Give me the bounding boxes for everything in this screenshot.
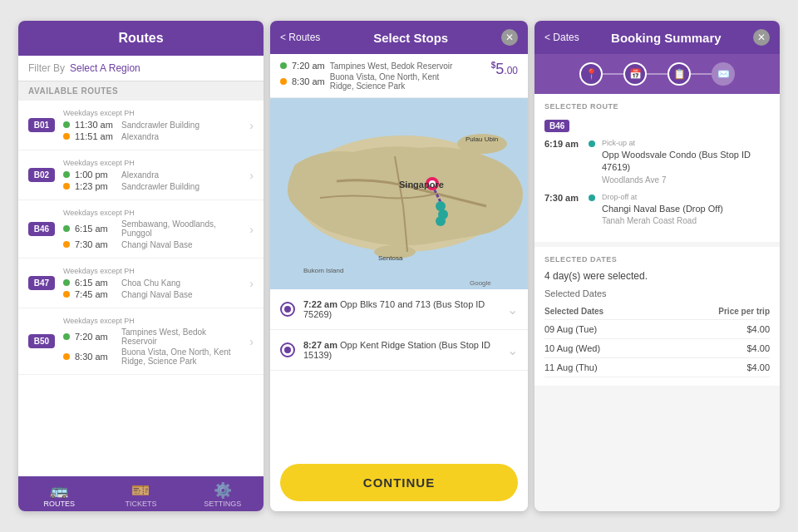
chevron-right-icon: › [249, 119, 254, 132]
route-info: Weekdays except PH11:30 amSandcrawler Bu… [63, 109, 243, 141]
orange-dot [63, 291, 70, 298]
stop-item[interactable]: 8:27 am Opp Kent Ridge Station (Bus Stop… [270, 330, 528, 371]
route-stop: Changi Naval Base [121, 240, 193, 249]
chevron-right-icon: › [249, 277, 254, 290]
route-subtitle: Weekdays except PH [63, 267, 243, 275]
route-time-row: 7:30 amChangi Naval Base [63, 239, 243, 249]
selected-route-section: SELECTED ROUTE B46 6:19 am Pick-up at Op… [534, 94, 780, 242]
route-time: 11:30 am [75, 120, 116, 130]
selected-dates-section: SELECTED DATES 4 day(s) were selected. S… [534, 247, 780, 386]
filter-bar[interactable]: Filter By Select A Region [18, 56, 264, 81]
green-dot [63, 333, 70, 340]
filter-value: Select A Region [70, 62, 140, 74]
step-line-1 [603, 73, 623, 75]
orange-dot [63, 241, 70, 248]
route-badge: B46 [544, 120, 569, 132]
route-item[interactable]: B02Weekdays except PH1:00 pmAlexandra1:2… [18, 150, 264, 200]
dropoff-label: Drop-off at [602, 193, 723, 201]
route-item[interactable]: B47Weekdays except PH6:15 amChoa Chu Kan… [18, 259, 264, 308]
step-3: 📋 [667, 62, 691, 86]
route-time-row: 1:23 pmSandcrawler Building [63, 181, 243, 191]
pickup-road: Woodlands Ave 7 [602, 175, 770, 186]
col-dates-header: Selected Dates [544, 303, 665, 320]
route-time: 6:15 am [75, 224, 116, 234]
routes-panel: Routes Filter By Select A Region AVAILAB… [18, 21, 264, 511]
stop-text: 8:27 am Opp Kent Ridge Station (Bus Stop… [303, 340, 507, 360]
route-stop: Sandcrawler Building [121, 182, 200, 191]
date-cell: 10 Aug (Wed) [544, 339, 665, 358]
stop-time: 7:22 am [303, 299, 340, 309]
arrival-dot [280, 78, 287, 85]
arrival-time: 8:30 am [292, 76, 325, 86]
dropoff-road: Tanah Merah Coast Road [602, 215, 723, 227]
route-time-row: 11:51 amAlexandra [63, 131, 243, 141]
nav-item-routes[interactable]: 🚌ROUTES [18, 483, 100, 508]
orange-dot [63, 353, 70, 360]
route-time: 1:00 pm [75, 170, 116, 180]
dropoff-name: Changi Naval Base (Drop Off) [602, 203, 723, 215]
svg-point-8 [436, 216, 446, 226]
continue-btn-wrap: CONTINUE [270, 454, 528, 511]
table-row: 11 Aug (Thu)$4.00 [544, 358, 770, 377]
booking-close-button[interactable]: ✕ [753, 29, 770, 46]
stops-back-link[interactable]: < Routes [280, 32, 320, 43]
green-dot [63, 225, 70, 232]
continue-button[interactable]: CONTINUE [280, 464, 518, 501]
orange-dot [63, 133, 70, 140]
route-badge: B50 [28, 334, 55, 348]
route-info: Weekdays except PH6:15 amChoa Chu Kang7:… [63, 267, 243, 299]
route-time: 7:30 am [75, 239, 116, 249]
route-stop: Sandcrawler Building [121, 121, 200, 130]
orange-dot [63, 183, 70, 190]
route-item[interactable]: B50Weekdays except PH7:20 amTampines Wes… [18, 308, 264, 375]
booking-back-link[interactable]: < Dates [544, 32, 579, 43]
svg-text:Sentosa: Sentosa [378, 254, 403, 262]
route-subtitle: Weekdays except PH [63, 317, 243, 325]
nav-item-settings[interactable]: ⚙️SETTINGS [182, 483, 264, 508]
filter-label: Filter By [28, 62, 65, 74]
dropoff-dot [589, 195, 595, 201]
stop-chevron-icon: ⌄ [507, 342, 518, 358]
svg-text:Singapore: Singapore [399, 180, 444, 190]
table-row: 10 Aug (Wed)$4.00 [544, 339, 770, 358]
chevron-right-icon: › [249, 169, 254, 182]
step-4: ✉️ [712, 62, 735, 86]
routes-header: Routes [18, 21, 264, 56]
booking-title: Booking Summary [584, 31, 748, 45]
table-row: 09 Aug (Tue)$4.00 [544, 320, 770, 339]
step-1: 📍 [579, 62, 603, 86]
route-item[interactable]: B01Weekdays except PH11:30 amSandcrawler… [18, 101, 264, 150]
available-routes-label: AVAILABLE ROUTES [18, 81, 264, 101]
stops-close-button[interactable]: ✕ [501, 29, 518, 46]
route-time-row: 8:30 amBuona Vista, One North, Kent Ridg… [63, 347, 243, 366]
route-stop: Choa Chu Kang [121, 278, 180, 288]
date-cell: 11 Aug (Thu) [544, 358, 665, 377]
route-time: 1:23 pm [75, 181, 116, 191]
booking-panel: < Dates Booking Summary ✕ 📍 📅 📋 ✉️ SELEC… [534, 21, 780, 511]
route-time-row: 7:20 amTampines West, Bedok Reservoir [63, 328, 243, 346]
price-cents: .00 [504, 65, 518, 76]
route-time-row: 6:15 amSembawang, Woodlands, Punggol [63, 219, 243, 238]
stop-item[interactable]: 7:22 am Opp Blks 710 and 713 (Bus Stop I… [270, 289, 528, 330]
booking-content: SELECTED ROUTE B46 6:19 am Pick-up at Op… [534, 94, 780, 511]
route-stop: Changi Naval Base [121, 290, 193, 299]
progress-steps: 📍 📅 📋 ✉️ [534, 54, 780, 94]
route-subtitle: Weekdays except PH [63, 109, 243, 117]
pickup-info: Pick-up at Opp Woodsvale Condo (Bus Stop… [602, 139, 770, 186]
selected-route-label: SELECTED ROUTE [544, 102, 770, 111]
settings-icon: ⚙️ [214, 483, 232, 498]
stop-time: 8:27 am [303, 340, 340, 350]
route-info: Weekdays except PH7:20 amTampines West, … [63, 317, 243, 366]
dates-table: Selected Dates Price per trip 09 Aug (Tu… [544, 303, 770, 377]
route-stop: Sembawang, Woodlands, Punggol [121, 219, 243, 238]
route-item[interactable]: B46Weekdays except PH6:15 amSembawang, W… [18, 200, 264, 259]
departure-row: 7:20 am Tampines West, Bedok Reservoir [280, 61, 452, 71]
nav-item-tickets[interactable]: 🎫TICKETS [100, 483, 181, 508]
route-stop: Alexandra [121, 132, 159, 141]
route-badge: B46 [28, 222, 55, 236]
col-price-header: Price per trip [665, 303, 770, 320]
stops-list: 7:22 am Opp Blks 710 and 713 (Bus Stop I… [270, 289, 528, 454]
arrival-row: 8:30 am Buona Vista, One North, Kent Rid… [280, 72, 452, 91]
route-time: 8:30 am [75, 352, 116, 362]
chevron-right-icon: › [249, 223, 254, 236]
